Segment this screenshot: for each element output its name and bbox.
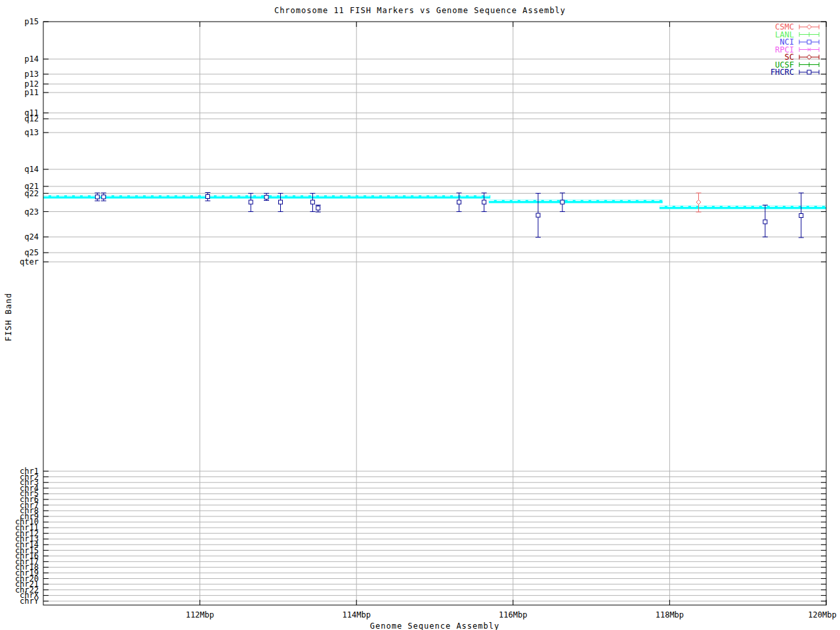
x-tick-label: 120Mbp xyxy=(808,610,836,620)
plot-canvas: p15p14p13p12p11q11q12q13q14q21q22q23q24q… xyxy=(0,0,840,630)
x-tick-label: 116Mbp xyxy=(499,610,527,620)
y-tick-label: p14 xyxy=(24,54,39,64)
plot-border-and-ticks xyxy=(43,22,826,605)
y-tick-label: p11 xyxy=(24,88,39,97)
y-tick-label: q12 xyxy=(24,114,39,123)
y-tick-label: q23 xyxy=(24,207,39,217)
y-tick-label: qter xyxy=(20,257,39,266)
fish-marker-chart: Chromosome 11 FISH Markers vs Genome Seq… xyxy=(0,0,840,630)
gridlines xyxy=(43,22,826,605)
y-tick-label: q24 xyxy=(24,232,39,242)
x-tick-labels: 112Mbp114Mbp116Mbp118Mbp120Mbp xyxy=(186,610,837,620)
y-tick-label: p13 xyxy=(24,70,39,79)
y-tick-label: p12 xyxy=(24,79,39,89)
y-tick-label: q25 xyxy=(24,248,39,257)
series-CSMC xyxy=(696,193,702,212)
assembly-band-segments xyxy=(43,196,826,209)
x-tick-label: 112Mbp xyxy=(186,610,214,620)
legend: CSMCLANLNCIRPCISCUCSFFHCRC xyxy=(770,22,819,77)
x-tick-label: 118Mbp xyxy=(656,610,684,620)
y-tick-label: q13 xyxy=(24,128,39,137)
y-tick-label: q14 xyxy=(24,165,39,174)
y-tick-label: q22 xyxy=(24,189,39,198)
x-tick-label: 114Mbp xyxy=(343,610,371,620)
legend-entry-FHCRC: FHCRC xyxy=(770,68,819,77)
legend-entry-RPCI: RPCI xyxy=(775,45,819,54)
y-tick-label: p15 xyxy=(24,17,39,26)
y-tick-labels: p15p14p13p12p11q11q12q13q14q21q22q23q24q… xyxy=(15,17,39,606)
y-tick-label: chrY xyxy=(20,597,39,606)
legend-label: FHCRC xyxy=(770,68,794,77)
series-FHCRC xyxy=(94,193,804,238)
